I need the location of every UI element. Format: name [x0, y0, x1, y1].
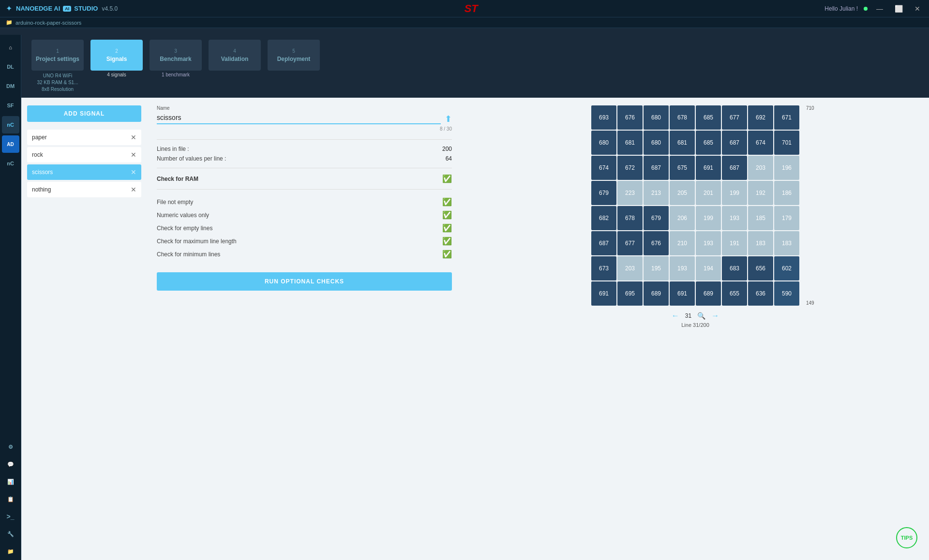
sidebar-item-ad[interactable]: AD [2, 135, 19, 153]
pagination: ← 31 🔍 → [672, 311, 719, 320]
app-icon: ✦ [6, 4, 12, 13]
sidebar-item-build[interactable]: 🔧 [2, 525, 19, 543]
sidebar-item-file[interactable]: 📋 [2, 490, 19, 508]
heatmap-cell: 203 [617, 256, 643, 280]
page-number: 31 [685, 312, 691, 319]
heatmap-cell: 186 [774, 181, 799, 205]
sidebar-item-chat[interactable]: 💬 [2, 456, 19, 473]
heatmap-cell: 213 [644, 181, 669, 205]
signal-item-rock[interactable]: rock ✕ [27, 147, 141, 162]
sidebar-item-dm[interactable]: DM [2, 77, 19, 95]
signal-item-scissors[interactable]: scissors ✕ [27, 164, 141, 180]
heatmap-cell: 701 [774, 131, 799, 155]
step-2-box[interactable]: 2 Signals [90, 40, 143, 71]
heatmap-cell: 680 [591, 131, 616, 155]
step-1[interactable]: 1 Project settings UNO R4 WiFi 32 KB RAM… [31, 40, 84, 93]
studio-label: STUDIO [74, 5, 98, 12]
signal-item-nothing[interactable]: nothing ✕ [27, 182, 141, 197]
heatmap-cell: 656 [748, 256, 773, 280]
heatmap-cell: 183 [774, 231, 799, 255]
greeting-text: Hello Julian ! [824, 5, 858, 12]
sidebar-item-home[interactable]: ⌂ [2, 39, 19, 56]
signal-name-input[interactable] [157, 112, 441, 124]
content-area: ADD SIGNAL paper ✕ rock ✕ scissors ✕ not… [21, 98, 929, 560]
lines-in-file-row: Lines in file : 200 [157, 146, 452, 152]
check-icon-2: ✅ [442, 223, 452, 233]
lines-in-file-value: 200 [442, 146, 452, 152]
app-name-text: NANOEDGE AI [16, 5, 60, 12]
heatmap-cell: 687 [722, 156, 747, 180]
step-2[interactable]: 2 Signals 4 signals [90, 40, 143, 77]
sidebar-item-nc[interactable]: nC [2, 116, 19, 133]
heatmap-cell: 192 [748, 181, 773, 205]
heatmap-cell: 685 [696, 131, 721, 155]
run-optional-checks-button[interactable]: RUN OPTIONAL CHECKS [157, 272, 452, 291]
heatmap-cell: 687 [591, 231, 616, 255]
remove-signal-paper[interactable]: ✕ [131, 133, 136, 141]
heatmap-cell: 692 [748, 105, 773, 130]
upload-icon[interactable]: ⬆ [445, 114, 452, 124]
maximize-button[interactable]: ⬜ [892, 4, 906, 14]
breadcrumb-path: arduino-rock-paper-scissors [15, 20, 81, 26]
heatmap-cell: 682 [591, 206, 616, 230]
check-label-0: File not empty [157, 199, 193, 206]
ai-badge: AI [63, 6, 71, 12]
sidebar-bottom: ⚙ 💬 📊 📋 >_ 🔧 📁 [2, 438, 19, 560]
zoom-icon[interactable]: 🔍 [697, 312, 705, 320]
next-page-button[interactable]: → [711, 311, 719, 320]
st-logo: ST [464, 2, 478, 15]
heatmap-cell: 193 [670, 256, 695, 280]
step-5[interactable]: 5 Deployment [267, 40, 320, 71]
check-row-4: Check for minimum lines ✅ [157, 250, 452, 259]
sidebar-item-terminal[interactable]: >_ [2, 508, 19, 525]
sidebar-item-folder[interactable]: 📁 [2, 543, 19, 560]
heatmap-cell: 183 [748, 231, 773, 255]
add-signal-button[interactable]: ADD SIGNAL [27, 105, 141, 122]
remove-signal-rock[interactable]: ✕ [131, 151, 136, 159]
step-1-name: Project settings [36, 56, 79, 62]
check-label-2: Check for empty lines [157, 225, 212, 232]
step-1-box[interactable]: 1 Project settings [31, 40, 84, 71]
sidebar-item-settings[interactable]: ⚙ [2, 438, 19, 456]
sidebar-item-nc2[interactable]: nC [2, 155, 19, 172]
heatmap-cell: 691 [696, 156, 721, 180]
heatmap-cell: 674 [748, 131, 773, 155]
remove-signal-scissors[interactable]: ✕ [131, 168, 136, 176]
topbar-right: Hello Julian ! — ⬜ ✕ [824, 4, 923, 14]
minimize-button[interactable]: — [873, 4, 886, 14]
heatmap-cell: 695 [617, 281, 643, 306]
topbar-left: ✦ NANOEDGE AI AI STUDIO v4.5.0 [6, 4, 118, 13]
check-row-2: Check for empty lines ✅ [157, 223, 452, 233]
step-5-box[interactable]: 5 Deployment [268, 40, 320, 71]
check-icon-0: ✅ [442, 197, 452, 206]
check-ram-title: Check for RAM ✅ [157, 174, 452, 183]
heatmap-cell: 681 [617, 131, 643, 155]
sidebar-item-sf[interactable]: SF [2, 97, 19, 114]
heatmap-container: 6936766806786856776926716806816806816856… [591, 105, 799, 306]
heatmap-cell: 673 [591, 256, 616, 280]
signal-name-nothing: nothing [32, 186, 51, 193]
scale-min: 149 [806, 300, 814, 306]
topbar: ✦ NANOEDGE AI AI STUDIO v4.5.0 ST Hello … [0, 0, 929, 17]
close-button[interactable]: ✕ [912, 4, 923, 14]
signal-name-scissors: scissors [32, 169, 53, 176]
step-5-num: 5 [292, 48, 295, 54]
prev-page-button[interactable]: ← [672, 311, 679, 320]
check-label-4: Check for minimum lines [157, 251, 220, 258]
remove-signal-nothing[interactable]: ✕ [131, 186, 136, 193]
heatmap-cell: 687 [644, 156, 669, 180]
tips-button[interactable]: TIPS [896, 527, 917, 548]
step-4-box[interactable]: 4 Validation [209, 40, 261, 71]
step-3[interactable]: 3 Benchmark 1 benchmark [149, 40, 202, 77]
signal-item-paper[interactable]: paper ✕ [27, 130, 141, 145]
step-2-num: 2 [115, 48, 118, 54]
sidebar-item-report[interactable]: 📊 [2, 473, 19, 490]
step-4[interactable]: 4 Validation [208, 40, 261, 71]
scale-max: 710 [806, 105, 814, 111]
check-ram-label: Check for RAM [157, 176, 198, 182]
heatmap-cell: 210 [670, 231, 695, 255]
step-3-box[interactable]: 3 Benchmark [150, 40, 202, 71]
check-label-3: Check for maximum line length [157, 238, 237, 245]
sidebar-item-dl[interactable]: DL [2, 58, 19, 75]
check-label-1: Numeric values only [157, 212, 209, 219]
